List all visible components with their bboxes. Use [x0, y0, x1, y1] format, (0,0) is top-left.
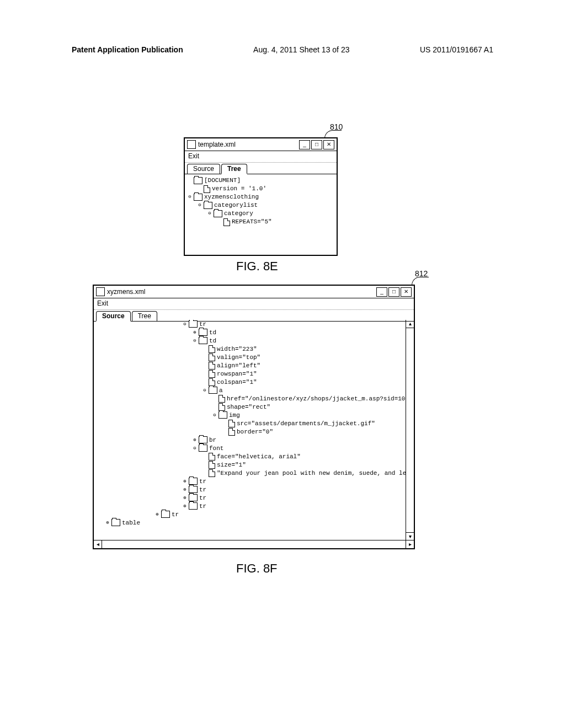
window-controls: _ □ ✕: [376, 287, 412, 297]
tree-node-tr[interactable]: ⊕tr: [94, 485, 406, 494]
page-icon: [223, 218, 230, 226]
tree-attr-valign[interactable]: ○valign="top": [94, 353, 406, 361]
scroll-down-arrow-icon[interactable]: ▾: [406, 532, 414, 540]
tree-node-tr[interactable]: ⊕tr: [94, 502, 406, 510]
tree-node-repeats[interactable]: ○REPEATS="5": [187, 218, 334, 226]
folder-icon: [199, 329, 207, 336]
expand-toggle[interactable]: ⊖: [197, 203, 202, 208]
tree-attr-size[interactable]: ○size="1": [94, 461, 406, 469]
tree-attr-border[interactable]: ○border="0": [94, 427, 406, 436]
collapse-toggle[interactable]: ⊕: [182, 479, 188, 484]
menu-exit[interactable]: Exit: [97, 299, 108, 307]
collapse-toggle[interactable]: ⊕: [192, 330, 198, 335]
titlebar[interactable]: xyzmens.xml _ □ ✕: [94, 286, 414, 298]
page-icon: [218, 395, 225, 403]
window-title: xyzmens.xml: [107, 288, 376, 296]
minimize-button[interactable]: _: [376, 287, 387, 297]
collapse-toggle[interactable]: ⊕: [182, 495, 188, 501]
window-xyzmens-xml: xyzmens.xml _ □ ✕ Exit Source Tree ⊖tr ⊕…: [93, 285, 415, 549]
close-button[interactable]: ✕: [323, 140, 334, 149]
folder-icon: [189, 478, 198, 485]
horizontal-scrollbar[interactable]: ◂ ▸: [94, 540, 414, 548]
folder-icon: [218, 411, 227, 419]
page-icon: [204, 185, 210, 193]
tree-node-xyzmensclothing[interactable]: ⊖xyzmensclothing: [187, 193, 334, 201]
close-button[interactable]: ✕: [401, 287, 412, 297]
tree-node-version[interactable]: ○version = '1.0': [187, 185, 334, 193]
folder-icon: [199, 445, 207, 452]
header-patent-no: US 2011/0191667 A1: [420, 45, 493, 54]
maximize-button[interactable]: □: [388, 287, 399, 297]
tree-node-td[interactable]: ⊖td: [94, 336, 406, 345]
expand-toggle[interactable]: ⊖: [192, 338, 198, 344]
collapse-toggle[interactable]: ⊕: [182, 487, 188, 493]
tree-node-img[interactable]: ⊖img: [94, 411, 406, 419]
tree-attr-src[interactable]: ○src="assets/departments/m_jjacket.gif": [94, 419, 406, 427]
app-icon: [96, 287, 105, 296]
tree-attr-width[interactable]: ○width="223": [94, 345, 406, 353]
collapse-toggle[interactable]: ⊕: [154, 512, 160, 517]
tree-node-table[interactable]: ⊕table: [94, 518, 406, 527]
page-icon: [228, 420, 235, 427]
tree-node-document[interactable]: ○[DOCUMENT]: [187, 176, 334, 185]
page-icon: [209, 354, 215, 361]
tree-node-font[interactable]: ⊖font: [94, 444, 406, 452]
figure-label-8e: FIG. 8E: [236, 259, 278, 274]
expand-toggle[interactable]: ⊖: [202, 388, 207, 393]
tree-node-tr[interactable]: ⊖tr: [94, 320, 406, 328]
folder-icon: [199, 337, 207, 344]
folder-icon: [214, 210, 222, 217]
tab-tree[interactable]: Tree: [221, 164, 247, 174]
tree-attr-rowspan[interactable]: ○rowspan="1": [94, 370, 406, 378]
page-icon: [218, 403, 225, 411]
scroll-right-arrow-icon[interactable]: ▸: [406, 540, 414, 548]
menu-exit[interactable]: Exit: [188, 152, 199, 160]
window-template-xml: template.xml _ □ ✕ Exit Source Tree ○[DO…: [184, 137, 338, 256]
titlebar[interactable]: template.xml _ □ ✕: [185, 138, 337, 151]
tree-text-expand[interactable]: ○"Expand your jean pool with new denim, …: [94, 469, 406, 477]
minimize-button[interactable]: _: [299, 140, 310, 149]
folder-icon: [161, 511, 170, 518]
collapse-toggle[interactable]: ⊕: [182, 504, 188, 509]
folder-icon: [194, 194, 202, 201]
tree-attr-align[interactable]: ○align="left": [94, 361, 406, 370]
page-icon: [209, 453, 215, 461]
expand-toggle[interactable]: ⊖: [192, 446, 198, 451]
page-icon: [209, 469, 215, 477]
tree-attr-shape[interactable]: ○shape="rect": [94, 403, 406, 411]
folder-icon: [189, 320, 198, 328]
tab-source[interactable]: Source: [187, 164, 220, 174]
expand-toggle[interactable]: ⊖: [212, 413, 217, 418]
tree-node-category[interactable]: ⊖category: [187, 210, 334, 218]
page-icon: [209, 362, 215, 370]
scroll-left-arrow-icon[interactable]: ◂: [94, 540, 102, 548]
vertical-scrollbar[interactable]: ▴ ▾: [406, 320, 414, 540]
page-icon: [209, 378, 215, 386]
tree-node-td[interactable]: ⊕td: [94, 328, 406, 336]
page-icon: [228, 428, 235, 436]
maximize-button[interactable]: □: [311, 140, 322, 149]
tree-attr-colspan[interactable]: ○colspan="1": [94, 378, 406, 386]
page-icon: [209, 370, 215, 378]
tree-node-br[interactable]: ⊕br: [94, 436, 406, 444]
expand-toggle[interactable]: ⊖: [187, 195, 193, 200]
tree-node-a[interactable]: ⊖a: [94, 386, 406, 394]
expand-toggle[interactable]: ⊖: [207, 211, 212, 217]
folder-icon: [199, 436, 207, 443]
tree-node-tr[interactable]: ⊕tr: [94, 510, 406, 518]
tree-attr-href[interactable]: ○href="/onlinestore/xyz/shops/jjacket_m.…: [94, 394, 406, 403]
folder-icon: [111, 519, 120, 526]
tree-node-tr[interactable]: ⊕tr: [94, 494, 406, 502]
collapse-toggle[interactable]: ⊕: [105, 520, 110, 526]
collapse-toggle[interactable]: ⊕: [192, 437, 198, 443]
tree-node-categorylist[interactable]: ⊖categorylist: [187, 201, 334, 210]
folder-icon: [189, 494, 198, 501]
window-controls: _ □ ✕: [299, 140, 334, 149]
scroll-up-arrow-icon[interactable]: ▴: [406, 320, 414, 328]
tree-pane: ○[DOCUMENT] ○version = '1.0' ⊖xyzmensclo…: [185, 174, 337, 228]
folder-icon: [189, 486, 198, 493]
page-icon: [209, 461, 215, 469]
tree-node-tr[interactable]: ⊕tr: [94, 477, 406, 485]
tree-attr-face[interactable]: ○face="helvetica, arial": [94, 452, 406, 461]
expand-toggle[interactable]: ⊖: [182, 322, 188, 327]
